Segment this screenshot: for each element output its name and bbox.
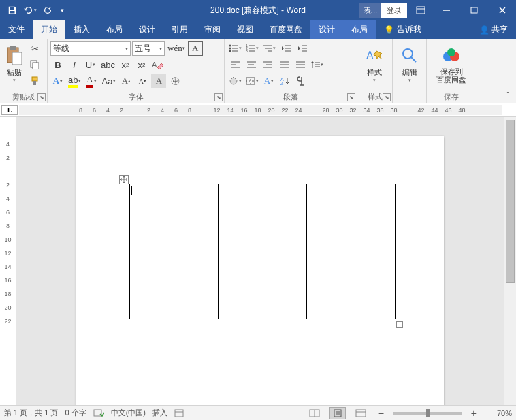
status-insert[interactable]: 插入 [152,408,167,418]
paste-button[interactable]: 粘贴 ▾ [3,41,26,87]
redo-icon[interactable] [39,2,56,18]
styles-button[interactable]: A 样式 ▾ [360,41,389,87]
status-page[interactable]: 第 1 页，共 1 页 [4,408,58,418]
font-launcher[interactable]: ⬊ [214,93,223,101]
tab-layout[interactable]: 布局 [98,20,131,39]
restore-icon[interactable] [461,0,488,20]
tab-netdisk[interactable]: 百度网盘 [261,20,310,39]
vertical-ruler[interactable]: 42246810121416182022 [0,117,16,405]
phonetic-guide-icon[interactable]: wén▾ [166,41,187,56]
table-row[interactable] [130,274,396,319]
align-left-icon[interactable] [227,57,242,72]
svg-rect-11 [32,77,37,81]
tab-table-design[interactable]: 设计 [310,20,343,39]
ribbon-display-icon[interactable] [409,0,432,20]
close-icon[interactable] [489,0,516,20]
page[interactable] [76,136,444,405]
print-layout-icon[interactable] [329,407,346,419]
font-color-icon[interactable]: A▾ [84,74,99,88]
highlight-icon[interactable]: ab▾ [67,74,82,88]
enclose-char-icon[interactable]: ㊥ [167,74,182,88]
zoom-knob[interactable] [426,409,430,417]
char-border-icon[interactable]: A [188,41,203,56]
tab-design[interactable]: 设计 [131,20,163,39]
bullets-icon[interactable]: ▾ [227,41,243,56]
spellcheck-icon[interactable] [93,408,104,418]
multilevel-list-icon[interactable]: ▾ [261,41,277,56]
font-name-combo[interactable]: 等线▾ [50,41,131,56]
grow-font-icon[interactable]: A▴ [118,74,133,88]
save-group-label: 保存 [444,92,459,102]
document-table[interactable] [129,184,396,319]
undo-icon[interactable]: ▾ [22,2,38,18]
zoom-in-icon[interactable]: + [468,408,479,419]
tab-selector[interactable]: L [1,105,18,115]
numbering-icon[interactable]: 123▾ [244,41,260,56]
tab-share[interactable]: 👤共享 [471,20,516,39]
vertical-scrollbar[interactable] [504,117,516,405]
line-spacing-icon[interactable]: ▾ [309,57,325,72]
table-move-handle[interactable] [119,175,129,184]
zoom-slider[interactable] [393,412,462,415]
svg-rect-7 [10,46,16,50]
scrollbar-thumb[interactable] [506,120,515,283]
subscript-icon[interactable]: x2 [118,57,133,72]
table-row[interactable] [130,184,396,229]
canvas[interactable] [16,117,504,405]
clear-format-icon[interactable]: A [150,57,165,72]
underline-icon[interactable]: U▾ [83,57,98,72]
align-distributed-icon[interactable] [293,57,308,72]
macro-icon[interactable] [174,409,184,417]
clipboard-launcher[interactable]: ⬊ [37,93,46,101]
login-button[interactable]: 登录 [381,3,407,18]
char-shading-icon[interactable]: A [151,74,166,88]
status-words[interactable]: 0 个字 [65,408,86,418]
cut-icon[interactable]: ✂ [27,41,42,56]
document-area: 42246810121416182022 [0,117,516,405]
align-justify-icon[interactable] [276,57,291,72]
tab-review[interactable]: 审阅 [196,20,229,39]
shading-icon[interactable]: ▾ [227,74,243,88]
minimize-icon[interactable] [433,0,460,20]
web-layout-icon[interactable] [353,407,369,419]
format-painter-icon[interactable] [27,74,42,88]
tab-tell-me[interactable]: 💡告诉我 [376,20,430,39]
font-size-combo[interactable]: 五号▾ [132,41,165,56]
save-icon[interactable] [4,2,20,18]
text-effects-icon[interactable]: A▾ [50,74,65,88]
asian-layout-icon[interactable]: A▾ [261,74,276,88]
table-resize-handle[interactable] [396,321,403,328]
tab-view[interactable]: 视图 [229,20,261,39]
qat-customize-icon[interactable]: ▾ [57,2,67,18]
table-row[interactable] [130,229,396,274]
collapse-ribbon-icon[interactable]: ˆ [502,91,513,101]
superscript-icon[interactable]: x2 [134,57,149,72]
sort-icon[interactable]: AZ [278,74,293,88]
decrease-indent-icon[interactable] [278,41,293,56]
show-marks-icon[interactable] [294,74,309,88]
tab-home[interactable]: 开始 [33,20,65,39]
change-case-icon[interactable]: Aa▾ [100,74,117,88]
paragraph-launcher[interactable]: ⬊ [347,93,355,101]
zoom-out-icon[interactable]: − [376,408,387,419]
read-mode-icon[interactable] [306,407,323,419]
shrink-font-icon[interactable]: A▾ [135,74,150,88]
bold-icon[interactable]: B [50,57,65,72]
align-right-icon[interactable] [260,57,275,72]
strikethrough-icon[interactable]: abc [99,57,116,72]
status-language[interactable]: 中文(中国) [111,408,146,418]
copy-icon[interactable] [27,57,42,72]
borders-icon[interactable]: ▾ [244,74,260,88]
increase-indent-icon[interactable] [295,41,310,56]
tab-insert[interactable]: 插入 [65,20,98,39]
horizontal-ruler[interactable]: 8642246812141618202224283032343638424446… [19,105,502,115]
align-center-icon[interactable] [244,57,259,72]
editing-button[interactable]: 编辑 ▾ [396,41,423,87]
italic-icon[interactable]: I [67,57,82,72]
zoom-level[interactable]: 70% [486,409,512,417]
save-netdisk-button[interactable]: 保存到 百度网盘 [430,41,473,87]
tab-file[interactable]: 文件 [0,20,33,39]
tab-references[interactable]: 引用 [163,20,196,39]
tab-table-layout[interactable]: 布局 [343,20,376,39]
styles-launcher[interactable]: ⬊ [383,93,391,101]
